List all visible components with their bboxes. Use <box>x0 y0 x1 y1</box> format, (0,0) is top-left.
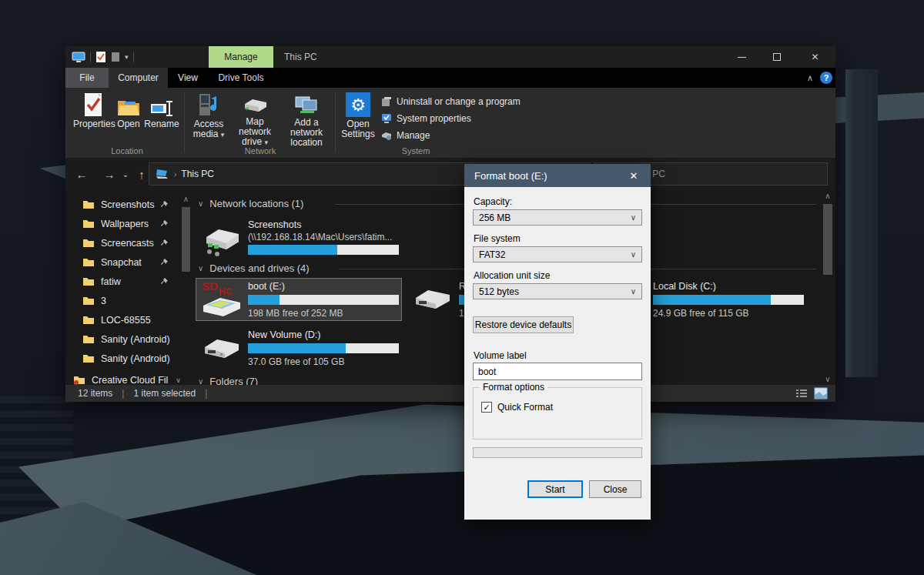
sidebar-item-wallpapers[interactable]: Wallpapers <box>65 214 192 233</box>
system-group-label: System <box>350 146 481 155</box>
rename-icon <box>149 91 174 117</box>
capacity-select[interactable]: 256 MB ∨ <box>473 209 642 226</box>
divider <box>184 92 185 152</box>
drive-icon <box>413 287 453 315</box>
folder-icon <box>82 353 95 363</box>
recent-locations-button[interactable]: ⌄ <box>118 164 133 184</box>
sidebar-item-label: LOC-68555 <box>101 315 151 326</box>
filesystem-select[interactable]: FAT32 ∨ <box>473 246 642 262</box>
quick-format-checkbox[interactable]: ✓ <box>481 402 492 413</box>
sidebar-item-snapchat[interactable]: Snapchat <box>65 252 192 272</box>
chevron-down-icon: ∨ <box>176 376 181 384</box>
item-name: Screenshots <box>248 219 301 230</box>
minimize-button[interactable] <box>724 46 759 68</box>
open-settings-label: Open Settings <box>340 119 377 139</box>
manage-item[interactable]: Manage <box>381 128 430 143</box>
chevron-up-icon: ∧ <box>807 73 813 83</box>
divider <box>133 52 134 62</box>
sidebar-item-sanity-android-1[interactable]: Sanity (Android) <box>65 329 192 349</box>
properties-button[interactable]: Properties <box>73 91 113 148</box>
manage-ribbon-tab[interactable]: Manage <box>209 46 273 68</box>
folder-icon <box>82 315 95 325</box>
close-button[interactable]: ✕ <box>795 46 835 68</box>
folder-icon <box>82 257 95 267</box>
sidebar-item-sanity-android-2[interactable]: Sanity (Android) <box>65 349 192 368</box>
title-bar[interactable]: ▾ Manage This PC ✕ <box>65 46 835 68</box>
drive-caption: 37.0 GB free of 105 GB <box>248 356 344 367</box>
divider: | <box>205 388 207 399</box>
scroll-up-icon[interactable]: ∧ <box>822 192 833 200</box>
new-folder-quick-icon[interactable] <box>111 52 120 62</box>
scroll-down-icon[interactable]: ∨ <box>822 375 833 383</box>
collapse-ribbon-button[interactable]: ∧ <box>801 68 819 88</box>
section-folders[interactable]: ∨ Folders (7) <box>198 376 258 385</box>
forward-button[interactable]: → <box>99 164 119 184</box>
qat-customize-icon[interactable]: ▾ <box>125 53 129 61</box>
navigation-bar: ← → ⌄ ↑ › This PC Search This PC <box>65 158 835 190</box>
manage-icon <box>381 130 392 141</box>
section-network-locations[interactable]: ∨ Network locations (1) <box>198 198 303 209</box>
scrollbar-thumb[interactable] <box>823 204 832 275</box>
sidebar-item-label: Sanity (Android) <box>101 353 170 364</box>
drive-icon <box>202 336 242 364</box>
sidebar-item-label: 3 <box>101 296 106 306</box>
quick-format-option[interactable]: ✓ Quick Format <box>481 402 553 413</box>
drive-caption: 198 MB free of 252 MB <box>248 308 343 319</box>
start-button[interactable]: Start <box>527 480 583 498</box>
sidebar-scroll-up-icon[interactable]: ∧ <box>183 195 189 203</box>
pin-icon <box>160 258 169 266</box>
sidebar-item-3[interactable]: 3 <box>65 291 192 310</box>
tab-computer[interactable]: Computer <box>109 68 168 88</box>
chevron-down-icon: ∨ <box>631 250 636 259</box>
add-network-location-button[interactable]: Add a network location <box>281 91 332 148</box>
dropdown-icon: ▾ <box>264 139 268 146</box>
explorer-icon <box>72 52 85 63</box>
thumbnail-view-icon[interactable] <box>814 387 828 399</box>
drive-name: boot (E:) <box>248 281 285 292</box>
properties-quick-icon[interactable] <box>95 51 106 63</box>
sidebar-item-loc-68555[interactable]: LOC-68555 <box>65 310 192 329</box>
close-icon: ✕ <box>630 170 638 182</box>
sidebar-item-creative-cloud[interactable]: Creative Cloud Fil ∨ <box>65 370 192 385</box>
tab-file[interactable]: File <box>65 68 109 88</box>
drive-caption: 24.9 GB free of 115 GB <box>653 308 749 319</box>
volume-label-input[interactable] <box>473 363 642 380</box>
dialog-close-button[interactable]: ✕ <box>623 164 644 187</box>
tab-view[interactable]: View <box>168 68 208 88</box>
sidebar-item-screenshots[interactable]: Screenshots <box>65 195 192 214</box>
dialog-close-action-button[interactable]: Close <box>589 480 641 498</box>
open-button[interactable]: Open <box>115 91 142 148</box>
section-devices-drives[interactable]: ∨ Devices and drives (4) <box>198 262 310 274</box>
sidebar-scrollbar-thumb[interactable] <box>182 207 190 272</box>
tab-drive-tools[interactable]: Drive Tools <box>208 68 274 88</box>
rename-button[interactable]: Rename <box>142 91 181 148</box>
ribbon: Properties Open Rename Access media ▾ <box>65 88 835 158</box>
pin-icon <box>160 200 169 209</box>
restore-defaults-button[interactable]: Restore device defaults <box>473 316 574 333</box>
capacity-label: Capacity: <box>474 196 512 207</box>
sidebar-item-fatiw[interactable]: fatiw <box>65 272 192 291</box>
allocation-select[interactable]: 512 bytes ∨ <box>473 283 642 299</box>
open-settings-button[interactable]: ⚙ Open Settings <box>340 91 377 148</box>
access-media-button[interactable]: Access media ▾ <box>189 91 229 148</box>
capacity-bar <box>248 343 399 353</box>
sidebar-item-label: Creative Cloud Fil <box>92 375 168 386</box>
svg-text:HC: HC <box>219 286 233 297</box>
dialog-title: Format boot (E:) <box>474 170 547 182</box>
folder-icon <box>82 199 95 209</box>
details-view-icon[interactable] <box>795 387 808 399</box>
map-network-drive-button[interactable]: Map network drive ▾ <box>230 91 280 148</box>
volume-label: Volume label <box>474 350 527 361</box>
maximize-button[interactable] <box>759 46 795 68</box>
uninstall-program-item[interactable]: Uninstall or change a program <box>381 94 521 109</box>
help-button[interactable]: ? <box>820 72 832 84</box>
content-area: Screenshots Wallpapers Screencasts Snapc… <box>65 190 835 385</box>
system-properties-item[interactable]: System properties <box>381 111 471 126</box>
back-button[interactable]: ← <box>72 164 92 184</box>
main-scrollbar[interactable]: ∧ ∨ <box>822 190 833 385</box>
capacity-bar <box>653 295 804 305</box>
uninstall-label: Uninstall or change a program <box>397 96 521 107</box>
system-properties-label: System properties <box>397 113 471 124</box>
sidebar-item-screencasts[interactable]: Screencasts <box>65 233 192 252</box>
quick-format-label: Quick Format <box>497 402 553 413</box>
